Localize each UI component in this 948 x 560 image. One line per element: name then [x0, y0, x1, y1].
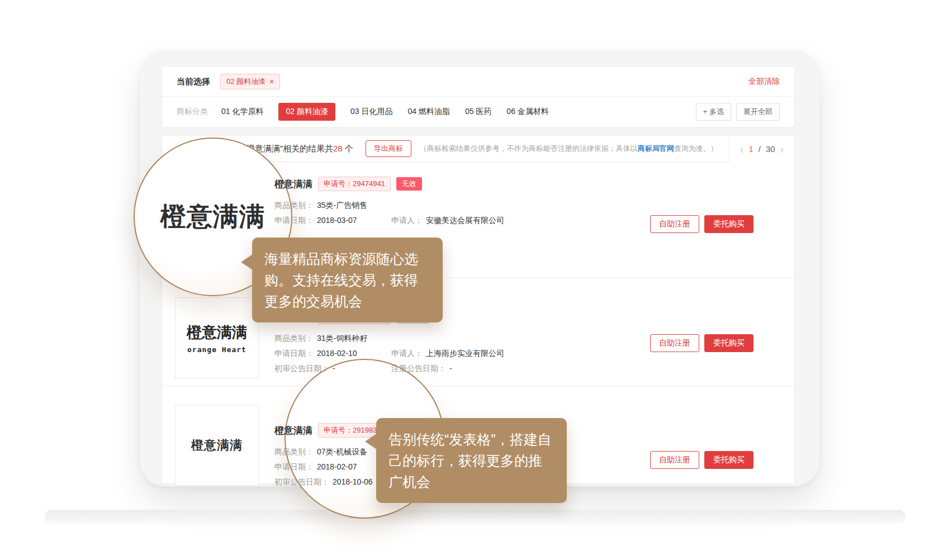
- category-item-02-active[interactable]: 02 颜料油漆: [278, 103, 335, 121]
- trademark-mark-text: 橙意满满: [187, 322, 247, 343]
- chevron-left-icon[interactable]: ‹: [740, 144, 744, 155]
- trademark-mark-text: 橙意满满: [191, 437, 243, 454]
- trademark-image[interactable]: 橙意满满: [175, 405, 259, 486]
- category-line: 商品类别：35类-广告销售: [274, 200, 504, 211]
- row-actions: 自助注册 委托购买: [650, 334, 753, 352]
- field-label: 申请人：: [391, 349, 423, 358]
- field-label: 初审公告日期：: [274, 364, 329, 373]
- field-label: 申请日期：: [274, 349, 314, 358]
- entrust-buy-button[interactable]: 委托购买: [704, 215, 753, 233]
- clear-all-button[interactable]: 全部清除: [748, 77, 780, 87]
- category-item-04[interactable]: 04 燃料油脂: [407, 103, 449, 121]
- trademark-title: 橙意满满: [274, 424, 312, 437]
- row-actions: 自助注册 委托购买: [650, 215, 753, 233]
- pagination-separator: /: [759, 144, 761, 154]
- self-register-button[interactable]: 自助注册: [650, 334, 699, 352]
- pagination: ‹ 1 / 30 ›: [729, 136, 794, 162]
- status-badge: 无效: [396, 177, 422, 191]
- category-label: 商标分类: [177, 107, 208, 117]
- category-line: 商品类别：31类-饲料种籽: [274, 333, 504, 344]
- category-item-05[interactable]: 05 医药: [465, 103, 491, 121]
- application-number-value: 29474941: [353, 179, 385, 188]
- field-value: 2018-03-07: [317, 216, 357, 225]
- disclaimer-suffix: 查询为准。）: [674, 144, 718, 153]
- field-value: 31类-饲料种籽: [317, 334, 367, 343]
- row-details: 橙意满满 申请号：29198321 商品类别：07类-机械设备 申请日期：201…: [274, 423, 391, 487]
- disclaimer: （商标检索结果仅供参考，不作为商标能否注册的法律依据；具体以商标局官网查询为准。…: [420, 144, 718, 154]
- self-register-button[interactable]: 自助注册: [650, 451, 699, 469]
- field-label: 申请人：: [391, 216, 423, 225]
- row-actions: 自助注册 委托购买: [650, 451, 753, 469]
- publication-line: 初审公告日期：-注册公告日期：-: [274, 363, 504, 374]
- category-item-01[interactable]: 01 化学原料: [221, 103, 263, 121]
- chevron-right-icon[interactable]: ›: [780, 144, 784, 155]
- page: 当前选择 02 颜料油漆 × 全部清除 商标分类 01 化学原料 02 颜料油漆…: [0, 0, 948, 560]
- field-label: 商品类别：: [274, 447, 314, 456]
- close-icon[interactable]: ×: [269, 78, 274, 86]
- laptop-base: [45, 510, 906, 524]
- field-value: 安徽美达会展有限公司: [426, 216, 504, 225]
- magnified-trademark-text: 橙意满满: [160, 200, 266, 234]
- field-value: -: [449, 364, 452, 373]
- summary-suffix: 个: [343, 144, 353, 153]
- date-line: 申请日期：2018-02-10申请人：上海雨步实业有限公司: [274, 348, 504, 359]
- pagination-total: 30: [766, 144, 775, 154]
- application-number-label: 申请号：: [324, 426, 353, 434]
- current-selection-label: 当前选择: [177, 77, 210, 87]
- category-item-03[interactable]: 03 日化用品: [350, 103, 392, 121]
- selected-filter-tag-label: 02 颜料油漆: [226, 77, 266, 87]
- field-value: 35类-广告销售: [317, 201, 367, 210]
- selected-filter-tag[interactable]: 02 颜料油漆 ×: [220, 74, 280, 89]
- filter-card: 当前选择 02 颜料油漆 × 全部清除 商标分类 01 化学原料 02 颜料油漆…: [162, 67, 794, 127]
- pagination-current: 1: [748, 144, 753, 154]
- field-value: 2018-02-10: [317, 349, 357, 358]
- category-row: 商标分类 01 化学原料 02 颜料油漆 03 日化用品 04 燃料油脂 05 …: [162, 97, 794, 126]
- entrust-buy-button[interactable]: 委托购买: [704, 334, 753, 352]
- date-line: 申请日期：2018-02-07: [274, 461, 391, 472]
- entrust-buy-button[interactable]: 委托购买: [704, 451, 753, 469]
- publication-line: 初审公告日期：2018-10-06: [274, 476, 391, 487]
- field-value: 2018-02-07: [317, 462, 357, 471]
- field-value: -: [333, 364, 335, 373]
- trademark-mark-subtext: orange Heart: [187, 345, 247, 354]
- field-label: 商品类别：: [274, 334, 314, 343]
- expand-all-button[interactable]: 展开全部: [736, 103, 780, 121]
- field-label: 初审公告日期：: [274, 477, 329, 486]
- trademark-image[interactable]: 橙意满满 orange Heart: [175, 297, 259, 378]
- result-count: 28: [333, 144, 343, 153]
- trademark-title: 橙意满满: [274, 178, 312, 191]
- export-trademarks-button[interactable]: 导出商标: [366, 140, 411, 157]
- tooltip-promotion: 告别传统“发表格”，搭建自己的标行，获得更多的推广机会: [376, 418, 567, 503]
- row-details: 橙意满满 申请号：29474941 无效 商品类别：35类-广告销售 申请日期：…: [274, 177, 504, 226]
- multi-select-button[interactable]: + 多选: [696, 103, 731, 121]
- title-line: 橙意满满 申请号：29474941 无效: [274, 177, 504, 191]
- field-label: 申请日期：: [274, 216, 314, 225]
- disclaimer-prefix: （商标检索结果仅供参考，不作为商标能否注册的法律依据；具体以: [420, 144, 638, 153]
- category-item-06[interactable]: 06 金属材料: [506, 103, 548, 121]
- current-selection-row: 当前选择 02 颜料油漆 × 全部清除: [162, 67, 794, 97]
- field-value: 07类-机械设备: [317, 447, 367, 456]
- date-line: 申请日期：2018-03-07申请人：安徽美达会展有限公司: [274, 215, 504, 226]
- tooltip-marketplace: 海量精品商标资源随心选购。支持在线交易，获得更多的交易机会: [252, 238, 443, 322]
- field-label: 注册公告日期：: [391, 364, 446, 373]
- application-number-tag: 申请号：29474941: [318, 177, 391, 191]
- field-label: 申请日期：: [274, 462, 314, 471]
- trademark-office-link[interactable]: 商标局官网: [638, 144, 674, 153]
- field-label: 商品类别：: [274, 201, 314, 210]
- field-value: 上海雨步实业有限公司: [426, 349, 504, 358]
- self-register-button[interactable]: 自助注册: [650, 215, 699, 233]
- field-value: 2018-10-06: [333, 477, 373, 486]
- application-number-label: 申请号：: [324, 179, 353, 188]
